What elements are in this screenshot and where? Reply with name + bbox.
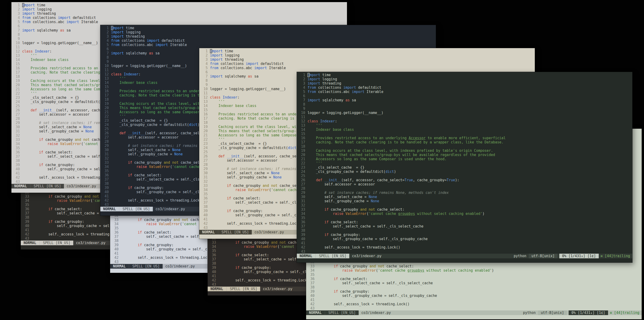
code-line: 37 self._select_cache = self._cls_select… [297,224,632,228]
token-n: : [237,95,240,100]
token-n: Iterable [168,43,187,47]
line-number: 39 [306,289,314,294]
token-n: cache_groupby: [231,209,262,213]
code-text: if cache_groupby and not cache_select: [308,207,404,212]
code-line: 23 _cls_select_cache = {} [297,165,632,170]
token-n: time [222,49,233,53]
terminal-window-4[interactable]: 1import time2import logging3import threa… [297,72,632,262]
token-fn: __init__ [324,178,341,182]
token-kr: if [128,186,132,190]
line-number: 8 [297,102,305,107]
line-number: 42 [297,245,305,249]
code-text: self._groupby_cache = None [308,199,379,203]
token-n: ): [455,178,459,182]
code-text: import logging [210,53,240,58]
token-n: collections [120,39,147,43]
token-n: : [50,49,52,54]
spell-indicator: SPELL [EN_US] [30,184,61,188]
token-k: from [111,43,120,47]
token-n: defaultdict [160,39,185,43]
token-n [68,199,70,203]
token-fn: dict [386,170,394,174]
code-text: Provides restricted access to an underly… [308,136,506,140]
line-number: 9 [12,37,20,41]
token-ko: and [84,194,90,199]
line-number: 1 [100,26,109,30]
line-number: 15 [199,108,208,112]
code-text: if cache_groupby: [210,209,263,213]
line-number: 20 [297,153,305,157]
code-text: self._select_cache = None [308,195,377,199]
code-text: import sqlalchemy as sa [210,74,258,79]
line-number: 38 [199,205,208,209]
code-text: raise ValueError('cannot cache groupbys … [317,268,494,272]
token-n: defaultdict [71,16,96,20]
code-line: 1import time [100,26,436,30]
code-text: if cache_groupby and not cache_select: [317,264,414,268]
token-n: self._access_lock = threading.Lock() [308,245,400,249]
token-n: time [124,26,134,30]
token-n [322,178,324,182]
token-k: from [308,86,316,90]
line-number: 18 [199,121,208,125]
editor-buffer[interactable]: 1import time2import logging3import threa… [297,72,632,254]
token-fn: Indexer [35,49,50,54]
code-text: import sqlalchemy as sa [111,51,160,55]
token-n: sa [350,98,356,102]
vim-command-line[interactable] [297,258,632,262]
filename-label: co3/indexer.py [166,264,195,269]
line-number: 21 [12,87,20,91]
token-n: ) [394,170,396,174]
token-n: collections [218,62,246,66]
token-n [180,218,182,222]
mode-indicator: NORMAL [14,184,27,188]
token-k: import [22,7,35,12]
line-number: 35 [297,216,305,220]
statusline-mode-segment: NORMALSPELL [EN_US] [21,241,73,245]
code-text: Accessors so long as the same Composer i… [308,157,446,161]
token-n: sqlalchemy [222,74,248,79]
line-number: 31 [12,129,20,133]
vim-command-line[interactable] [306,315,642,319]
line-number: 41 [110,251,118,255]
token-n: _cls_select_cache = {} [210,142,267,146]
line-number: 20 [199,129,208,133]
line-number: 38 [12,159,20,163]
token-n [308,233,324,237]
token-or: ValueError [70,199,90,203]
token-kr: if [48,207,52,211]
line-number: 4 [199,62,208,66]
token-n: (self, accessor, cache_select= [341,178,404,182]
code-line: 41 [297,241,632,245]
token-n [353,268,355,272]
token-fn: None [174,152,183,156]
line-number: 43 [297,249,305,254]
token-k: from [22,20,30,24]
code-text: self._access_lock = threading.Lock() [218,278,311,282]
token-d: ''' [22,54,37,58]
line-number: 5 [12,20,20,24]
cursor: i [308,73,310,77]
code-line: 2import logging [199,53,535,58]
token-n: sqlalchemy [124,51,149,55]
code-line: 40 self._groupby_cache = self._cls_group… [306,294,642,298]
token-n: cache_select: [231,196,260,200]
token-fn: None [369,195,377,199]
token-kr: as [248,74,252,79]
code-text: self._groupby_cache = self._cls_groupby_… [317,294,437,298]
line-number: 40 [21,224,29,228]
token-kr: def [316,178,322,182]
token-n: cache_select: [328,220,358,224]
code-line: 4from collections import defaultdict [199,62,535,66]
code-text: import logging [308,77,337,81]
token-d: Accessors so long as the same Composer i… [308,157,446,161]
token-n [90,194,93,199]
spell-indicator: SPELL [EN_US] [325,311,356,315]
code-text: from collections.abc import Iterable [308,90,383,94]
line-number: 10 [100,64,109,68]
token-s: 'cannot cache [271,188,300,192]
line-number: 27 [297,182,305,186]
token-or: ValueError [355,268,376,272]
token-ko: not [182,218,188,222]
vim-statusline: NORMALSPELL [EN_US] co3/indexer.py pytho… [297,254,632,258]
